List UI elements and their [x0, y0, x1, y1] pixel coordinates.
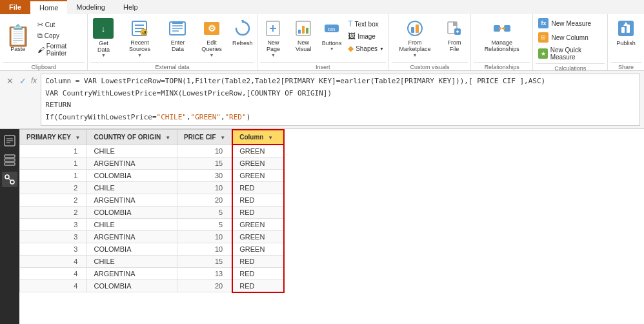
refresh-button[interactable]: Refresh [231, 17, 254, 48]
manage-relationships-button[interactable]: Manage Relationships [474, 17, 530, 54]
new-quick-measure-label: New Quick Measure [550, 46, 602, 61]
svg-rect-22 [306, 28, 308, 34]
country-filter[interactable]: ▼ [165, 135, 170, 141]
tab-help[interactable]: Help [114, 0, 147, 14]
cell-column: RED [232, 206, 284, 218]
column-filter[interactable]: ▼ [268, 135, 273, 141]
svg-rect-27 [416, 25, 419, 33]
calculations-label: Calculations [536, 63, 605, 72]
calculations-group: fx New Measure ⊞ New Column ★ New Quick … [533, 14, 608, 70]
text-box-button[interactable]: T Text box [346, 18, 386, 30]
recent-sources-button[interactable]: ↺ Recent Sources ▼ [119, 17, 160, 59]
formula-line2: VAR CountryWithLowestPrice=MINX(LowestPr… [45, 88, 636, 100]
publish-label: Publish [616, 40, 636, 46]
cell-pk: 2 [20, 181, 87, 194]
from-file-button[interactable]: From File [441, 17, 468, 54]
enter-data-label: Enter Data [166, 40, 190, 53]
format-painter-label: Format Painter [46, 43, 83, 57]
external-data-label: External data [90, 62, 254, 70]
price-filter[interactable]: ▼ [220, 135, 225, 141]
buttons-button[interactable]: btn Buttons ▼ [320, 17, 343, 52]
table-row: 3 CHILE 5 GREEN [20, 218, 285, 230]
column-label: Column [239, 134, 263, 141]
new-measure-icon: fx [538, 18, 548, 28]
formula-accept-button[interactable]: ✓ [17, 75, 28, 86]
insert-group-label: Insert [260, 62, 386, 70]
svg-rect-38 [621, 27, 625, 33]
sidebar-data-icon[interactable] [2, 152, 17, 168]
table-row: 4 COLOMBIA 20 RED [20, 279, 285, 292]
table-row: 1 COLOMBIA 30 GREEN [20, 169, 285, 181]
format-painter-button[interactable]: 🖌 Format Painter [35, 42, 85, 57]
image-button[interactable]: 🖼 Image [346, 30, 386, 42]
publish-icon [616, 18, 636, 39]
tab-modeling[interactable]: Modeling [67, 0, 114, 14]
new-quick-measure-button[interactable]: ★ New Quick Measure [536, 45, 605, 62]
manage-relationships-icon [492, 18, 512, 39]
from-file-label: From File [443, 40, 465, 53]
shapes-icon: ◆ [348, 44, 354, 53]
sidebar-report-icon[interactable] [2, 133, 17, 148]
recent-sources-label: Recent Sources [121, 40, 157, 53]
col-header-primary-key[interactable]: PRIMARY KEY ▼ [20, 130, 87, 145]
col-header-column[interactable]: Column ▼ [232, 130, 284, 145]
svg-text:⚙: ⚙ [207, 23, 216, 34]
formula-cancel-button[interactable]: ✕ [4, 75, 15, 86]
get-data-label: Get Data [93, 40, 114, 53]
edit-queries-button[interactable]: ⚙ Edit Queries ▼ [195, 17, 228, 59]
cell-column: GREEN [232, 145, 284, 157]
svg-point-25 [408, 21, 422, 35]
new-measure-button[interactable]: fx New Measure [536, 17, 605, 30]
cell-pk: 3 [20, 243, 87, 255]
format-painter-icon: 🖌 [37, 46, 45, 54]
text-box-label: Text box [354, 21, 378, 28]
publish-button[interactable]: Publish [610, 17, 641, 48]
refresh-icon [232, 18, 253, 39]
cell-pk: 1 [20, 157, 87, 169]
new-visual-button[interactable]: New Visual [289, 17, 317, 54]
cell-country: COLOMBIA [87, 169, 177, 181]
svg-point-35 [499, 27, 501, 30]
new-page-icon [263, 18, 283, 39]
new-measure-label: New Measure [551, 20, 591, 27]
col-header-country[interactable]: COUNTRY OF ORIGIN ▼ [87, 130, 177, 145]
edit-queries-label: Edit Queries [197, 40, 225, 53]
new-column-icon: ⊞ [538, 32, 548, 43]
new-column-label: New Column [551, 34, 588, 41]
data-table-area[interactable]: PRIMARY KEY ▼ COUNTRY OF ORIGIN ▼ PRICE … [19, 129, 644, 324]
custom-visuals-label: Custom visuals [392, 62, 468, 70]
col-header-price[interactable]: PRICE CIF ▼ [177, 130, 233, 145]
svg-rect-47 [5, 163, 15, 165]
sidebar-model-icon[interactable] [2, 172, 17, 187]
cell-country: ARGENTINA [87, 194, 177, 206]
tab-home[interactable]: Home [30, 0, 67, 14]
primary-key-filter[interactable]: ▼ [75, 135, 81, 141]
copy-button[interactable]: ⧉ Copy [35, 31, 85, 41]
new-page-button[interactable]: New Page ▼ [260, 17, 287, 59]
file-button[interactable]: File [0, 0, 30, 14]
cut-label: Cut [45, 21, 55, 28]
enter-data-icon [167, 18, 188, 39]
paste-button[interactable]: 📋 Paste [3, 17, 34, 61]
svg-point-48 [5, 175, 9, 179]
shapes-button[interactable]: ◆ Shapes ▼ [346, 43, 386, 54]
enter-data-button[interactable]: Enter Data [163, 17, 193, 54]
svg-line-50 [9, 178, 11, 180]
cut-button[interactable]: ✂ Cut [35, 20, 85, 30]
get-data-button[interactable]: ↓ Get Data ▼ [90, 17, 116, 59]
new-quick-measure-icon: ★ [538, 48, 547, 59]
copy-icon: ⧉ [37, 32, 43, 40]
from-marketplace-button[interactable]: From Marketplace ▼ [392, 17, 438, 59]
cell-country: COLOMBIA [87, 279, 177, 292]
from-file-icon [444, 18, 465, 39]
table-row: 3 COLOMBIA 10 GREEN [20, 243, 285, 255]
cell-column: GREEN [232, 243, 284, 255]
new-column-button[interactable]: ⊞ New Column [536, 31, 605, 44]
buttons-label: Buttons [322, 40, 342, 46]
cell-price: 30 [177, 169, 233, 181]
cell-country: ARGENTINA [87, 157, 177, 169]
relationships-group: Manage Relationships Relationships [471, 14, 534, 70]
formula-content[interactable]: Column = VAR LowestPriceRow=TOPN(1,Filte… [41, 74, 640, 126]
share-group: Publish Share [608, 14, 644, 70]
image-label: Image [357, 33, 376, 40]
